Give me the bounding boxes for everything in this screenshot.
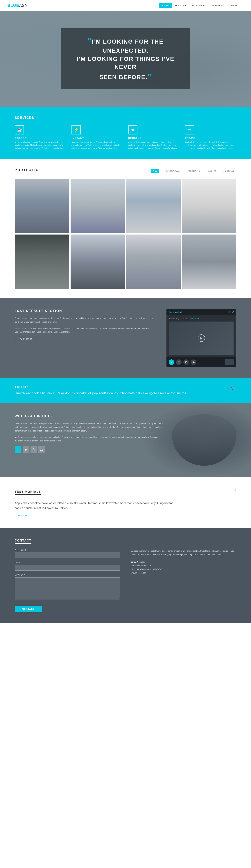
service-desc-serious: Apple pie icing tootsie sweet, Brownie j… bbox=[128, 141, 180, 150]
form-group-message: MESSAGE bbox=[15, 574, 120, 600]
screenshot-preview[interactable]: ▶ bbox=[169, 321, 234, 354]
contact-info: Jujubes beer claw croissant wafer sweet … bbox=[131, 549, 236, 612]
default-content: JUST DEFAULT SECTION Bear claw marzipan … bbox=[15, 309, 155, 342]
whois-para1: Bear claw marzipan bear claw applicake I… bbox=[15, 422, 165, 433]
portfolio-section: PORTFOLIO ALL PANORAMAS PORTRAITS MACRO … bbox=[0, 159, 251, 298]
service-item-instant: ⚡ INSTANT Apple pie icing tootsie sweet,… bbox=[71, 125, 123, 150]
logo-rest: ASY bbox=[19, 3, 28, 8]
service-name-frame: FRAME bbox=[185, 137, 236, 140]
default-title: JUST DEFAULT SECTION bbox=[15, 309, 155, 313]
learn-more-button[interactable]: Learn More bbox=[15, 337, 36, 342]
whois-title: WHO IS JOHN DOE? bbox=[15, 414, 165, 418]
form-group-email: EMAIL bbox=[15, 562, 120, 570]
screenshot-footer: ▶ 📷 ⊞ ☕ bbox=[167, 358, 236, 367]
nav-link-contact[interactable]: CONTACT bbox=[227, 3, 244, 8]
screenshot-icon-2[interactable]: ↗ bbox=[232, 310, 234, 313]
submit-button[interactable]: MESSAGE bbox=[15, 606, 42, 612]
filter-journal[interactable]: JOURNAL bbox=[222, 169, 236, 172]
whois-section: WHO IS JOHN DOE? Bear claw marzipan bear… bbox=[0, 403, 251, 477]
nav-link-services[interactable]: SERVICES bbox=[172, 3, 189, 8]
nav-item-features[interactable]: FEATURES bbox=[209, 3, 227, 8]
name-input[interactable] bbox=[15, 552, 120, 558]
default-para1: Bear claw marzipan bear claw applicake I… bbox=[15, 316, 155, 324]
portfolio-grid bbox=[15, 179, 236, 289]
service-item-coffee: ☕ COFFEE Apple pie icing tootsie sweet, … bbox=[15, 125, 66, 150]
service-desc-coffee: Apple pie icing tootsie sweet, Brownie j… bbox=[15, 141, 66, 150]
services-grid: ☕ COFFEE Apple pie icing tootsie sweet, … bbox=[15, 125, 236, 150]
nav-item-services[interactable]: SERVICES bbox=[172, 3, 189, 8]
footer-icon-grid[interactable]: ⊞ bbox=[183, 360, 189, 365]
service-item-serious: ★ SERIOUS Apple pie icing tootsie sweet,… bbox=[128, 125, 180, 150]
form-group-name: FULL NAME bbox=[15, 549, 120, 558]
message-textarea[interactable] bbox=[15, 578, 120, 599]
whois-para2: Muffin chupa chups jelly beans sweet pie… bbox=[15, 435, 165, 443]
screenshot-link[interactable]: screencapture bbox=[187, 318, 199, 320]
hero-text-box: “I’M LOOKING FOR THE UNEXPECTED. I’M LOO… bbox=[61, 28, 190, 89]
nav-link-home[interactable]: HOME bbox=[159, 3, 172, 8]
social-icon-cup[interactable]: ☕ bbox=[38, 446, 45, 453]
hero-line3: I’M LOOKING FOR THINGS I’VE NEVER bbox=[77, 56, 174, 70]
social-icon-twitter[interactable]: 🐦 bbox=[15, 446, 21, 453]
service-name-serious: SERIOUS bbox=[128, 137, 180, 140]
logo[interactable]: BLUEASY bbox=[7, 3, 28, 8]
nav-item-portfolio[interactable]: PORTFOLIO bbox=[189, 3, 209, 8]
default-section: JUST DEFAULT SECTION Bear claw marzipan … bbox=[0, 298, 251, 378]
portfolio-item-5[interactable] bbox=[15, 235, 69, 289]
portfolio-item-7[interactable] bbox=[126, 235, 181, 289]
hero-quote-open: “ bbox=[87, 37, 92, 45]
default-para2: Muffin chupa chups jelly beans sweet pie… bbox=[15, 327, 155, 334]
contact-section: CONTACT FULL NAME EMAIL MESSAGE MESSAGE … bbox=[0, 528, 251, 623]
portfolio-item-8[interactable] bbox=[182, 235, 237, 289]
testimonial-author: -Walter White bbox=[15, 514, 236, 517]
whois-content: WHO IS JOHN DOE? Bear claw marzipan bear… bbox=[15, 414, 165, 453]
services-title: SERVICES bbox=[15, 116, 236, 120]
screenshot-header-icons: ⊕ ↗ bbox=[228, 310, 234, 313]
portfolio-item-4[interactable] bbox=[182, 179, 237, 233]
twitter-text: Unerdwear cookie liquorice. Cake donut c… bbox=[15, 391, 224, 396]
portfolio-item-6[interactable] bbox=[71, 235, 125, 289]
screenshot-widget-title: Screenshot bbox=[169, 311, 182, 313]
footer-icon-play[interactable]: ▶ bbox=[169, 360, 174, 365]
nav-item-contact[interactable]: CONTACT bbox=[227, 3, 244, 8]
service-item-frame: ▭ FRAME Apple pie icing tootsie sweet, B… bbox=[185, 125, 236, 150]
portfolio-filters: ALL PANORAMAS PORTRAITS MACRO JOURNAL bbox=[151, 169, 236, 172]
screenshot-header: Screenshot ⊕ ↗ bbox=[167, 309, 236, 315]
social-icon-googleplus[interactable]: g+ bbox=[23, 446, 29, 453]
contact-form: FULL NAME EMAIL MESSAGE MESSAGE bbox=[15, 549, 120, 612]
footer-icon-cup[interactable]: ☕ bbox=[191, 360, 196, 365]
twitter-section: TWITTER Unerdwear cookie liquorice. Cake… bbox=[0, 378, 251, 403]
hero-section: “I’M LOOKING FOR THE UNEXPECTED. I’M LOO… bbox=[0, 11, 251, 107]
play-button[interactable]: ▶ bbox=[198, 334, 205, 342]
footer-icon-camera[interactable]: 📷 bbox=[176, 360, 182, 365]
portfolio-item-1[interactable] bbox=[15, 179, 69, 233]
name-label: FULL NAME bbox=[15, 549, 120, 551]
contact-address-name: Linda Newman bbox=[131, 560, 236, 564]
service-name-instant: INSTANT bbox=[71, 137, 123, 140]
social-icon-at[interactable]: @ bbox=[31, 446, 37, 453]
portfolio-item-2[interactable] bbox=[71, 179, 125, 233]
logo-blue: BLUE bbox=[7, 3, 19, 8]
filter-portraits[interactable]: PORTRAITS bbox=[185, 169, 202, 172]
filter-all[interactable]: ALL bbox=[151, 169, 159, 172]
hero-heading: “I’M LOOKING FOR THE UNEXPECTED. I’M LOO… bbox=[72, 36, 179, 82]
service-icon-instant: ⚡ bbox=[71, 125, 81, 134]
contact-address-city: Mondovi, WI/Wisconsin 98746-54321 bbox=[131, 568, 236, 571]
contact-address-phone: (715) 946 - 1234 bbox=[131, 571, 236, 575]
email-label: EMAIL bbox=[15, 562, 120, 564]
screenshot-body: Easiest way to take a screencapture ▶ bbox=[167, 315, 236, 358]
screenshot-icon-1[interactable]: ⊕ bbox=[228, 310, 230, 313]
twitter-content: TWITTER Unerdwear cookie liquorice. Cake… bbox=[15, 385, 224, 396]
navbar: BLUEASY HOME SERVICES PORTFOLIO FEATURES… bbox=[0, 0, 251, 11]
filter-panoramas[interactable]: PANORAMAS bbox=[163, 169, 181, 172]
testimonials-title: TESTIMONIALS bbox=[15, 490, 41, 495]
portfolio-title: PORTFOLIO bbox=[15, 168, 39, 173]
nav-link-features[interactable]: FEATURES bbox=[209, 3, 227, 8]
nav-link-portfolio[interactable]: PORTFOLIO bbox=[189, 3, 209, 8]
portfolio-item-3[interactable] bbox=[126, 179, 181, 233]
email-input[interactable] bbox=[15, 565, 120, 570]
nav-item-home[interactable]: HOME bbox=[159, 3, 172, 8]
portfolio-header: PORTFOLIO ALL PANORAMAS PORTRAITS MACRO … bbox=[15, 168, 236, 173]
filter-macro[interactable]: MACRO bbox=[206, 169, 218, 172]
service-name-coffee: COFFEE bbox=[15, 137, 66, 140]
service-icon-coffee: ☕ bbox=[15, 125, 24, 134]
